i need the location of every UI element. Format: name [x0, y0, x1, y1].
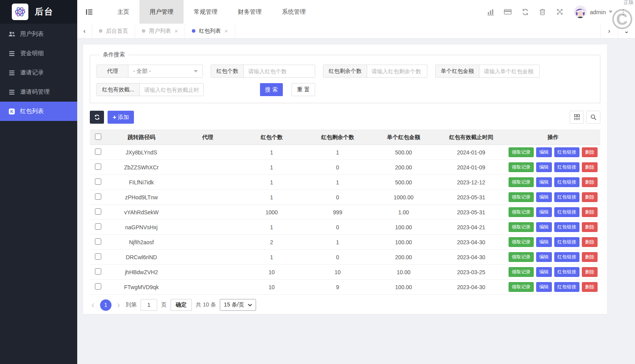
nav-user-management[interactable]: 用户管理 [139, 0, 184, 24]
tab-close-icon[interactable]: × [225, 28, 228, 34]
claim-records-button[interactable]: 领取记录 [509, 192, 534, 202]
row-checkbox[interactable] [95, 163, 101, 170]
claim-records-button[interactable]: 领取记录 [509, 177, 534, 187]
row-checkbox[interactable] [95, 283, 101, 290]
delete-button[interactable]: 删除 [582, 147, 598, 157]
edit-button[interactable]: 编辑 [536, 252, 552, 262]
edit-button[interactable]: 编辑 [536, 147, 552, 157]
delete-button[interactable]: 删除 [582, 252, 598, 262]
delete-button[interactable]: 删除 [582, 222, 598, 232]
claim-records-button[interactable]: 领取记录 [509, 162, 534, 172]
row-checkbox[interactable] [95, 223, 101, 230]
page-size-select[interactable]: 15 条/页 [220, 299, 256, 311]
nav-general-management[interactable]: 常规管理 [184, 0, 228, 24]
nav-system-management[interactable]: 系统管理 [272, 0, 316, 24]
claim-records-button[interactable]: 领取记录 [509, 252, 534, 262]
tab-dot [99, 29, 102, 33]
toggle-columns-button[interactable] [570, 111, 584, 124]
goto-page-input[interactable] [141, 299, 157, 311]
delete-button[interactable]: 删除 [582, 207, 598, 217]
tabbar-right: › ⌄ [600, 24, 635, 38]
red-packet-link-button[interactable]: 红包链接 [554, 162, 579, 172]
credit-card-icon[interactable] [499, 0, 516, 24]
claim-records-button[interactable]: 领取记录 [509, 222, 534, 232]
row-checkbox[interactable] [95, 268, 101, 275]
delete-button[interactable]: 删除 [582, 162, 598, 172]
prev-page-icon[interactable]: ‹ [90, 300, 96, 310]
nav-finance-management[interactable]: 财务管理 [228, 0, 272, 24]
edit-button[interactable]: 编辑 [536, 162, 552, 172]
edit-button[interactable]: 编辑 [536, 177, 552, 187]
amount-filter: 单个红包金额 [435, 65, 540, 78]
claim-records-button[interactable]: 领取记录 [509, 267, 534, 277]
next-page-icon[interactable]: › [115, 300, 122, 310]
sidebar-item-funds-detail[interactable]: 资金明细 [0, 44, 77, 63]
user-menu[interactable]: admin [590, 9, 613, 15]
kebab-menu-icon[interactable]: ⋮ [613, 7, 629, 17]
edit-button[interactable]: 编辑 [536, 237, 552, 247]
tab-user-list[interactable]: 用户列表 × [135, 24, 185, 38]
tab-close-icon[interactable]: × [175, 28, 178, 34]
fullscreen-icon[interactable] [551, 0, 568, 24]
red-packet-link-button[interactable]: 红包链接 [554, 192, 579, 202]
tabs-collapse-icon[interactable]: ⌄ [618, 24, 635, 38]
red-packet-link-button[interactable]: 红包链接 [554, 207, 579, 217]
row-checkbox[interactable] [95, 208, 101, 215]
search-toggle-button[interactable] [586, 111, 600, 124]
edit-button[interactable]: 编辑 [536, 192, 552, 202]
edit-button[interactable]: 编辑 [536, 222, 552, 232]
tab-dashboard[interactable]: 后台首页 [92, 24, 135, 38]
row-checkbox[interactable] [95, 193, 101, 200]
red-packet-link-button[interactable]: 红包链接 [554, 252, 579, 262]
amount-input[interactable] [479, 65, 539, 77]
sidebar-item-user-list[interactable]: 用户列表 [0, 24, 77, 44]
sidebar-item-invite-codes[interactable]: 邀请码管理 [0, 82, 77, 102]
app-logo[interactable]: 后台 [0, 0, 77, 24]
claim-records-button[interactable]: 领取记录 [509, 237, 534, 247]
sidebar-item-invite-records[interactable]: 邀请记录 [0, 63, 77, 82]
add-button[interactable]: + 添加 [108, 111, 134, 124]
red-packet-link-button[interactable]: 红包链接 [554, 282, 579, 292]
username-label: admin [590, 9, 606, 15]
row-checkbox[interactable] [95, 178, 101, 185]
select-all-checkbox[interactable] [95, 134, 101, 140]
edit-button[interactable]: 编辑 [536, 282, 552, 292]
count-input[interactable] [244, 65, 315, 77]
delete-button[interactable]: 删除 [582, 282, 598, 292]
red-packet-link-button[interactable]: 红包链接 [554, 222, 579, 232]
tabs-scroll-left-icon[interactable]: ‹ [77, 24, 92, 38]
edit-button[interactable]: 编辑 [536, 207, 552, 217]
refresh-icon[interactable] [516, 0, 534, 24]
nav-home[interactable]: 主页 [107, 0, 139, 24]
confirm-button[interactable]: 确定 [171, 299, 192, 311]
trash-icon[interactable] [534, 0, 551, 24]
claim-records-button[interactable]: 领取记录 [509, 147, 534, 157]
row-checkbox[interactable] [95, 238, 101, 245]
sidebar-toggle-icon[interactable] [77, 0, 101, 24]
red-packet-link-button[interactable]: 红包链接 [554, 177, 579, 187]
sidebar-item-red-packet-list[interactable]: K 红包列表 [0, 102, 77, 121]
avatar[interactable] [574, 6, 587, 18]
red-packet-link-button[interactable]: 红包链接 [554, 237, 579, 247]
delete-button[interactable]: 删除 [582, 267, 598, 277]
remaining-input[interactable] [367, 65, 427, 77]
red-packet-link-button[interactable]: 红包链接 [554, 147, 579, 157]
row-checkbox[interactable] [95, 149, 101, 155]
bar-chart-icon[interactable] [482, 0, 499, 24]
claim-records-button[interactable]: 领取记录 [509, 207, 534, 217]
row-checkbox[interactable] [95, 253, 101, 260]
agent-select[interactable]: - 全部 - [128, 65, 202, 77]
tab-red-packet-list[interactable]: 红包列表 × [185, 24, 235, 38]
page-1-button[interactable]: 1 [100, 299, 111, 311]
edit-button[interactable]: 编辑 [536, 267, 552, 277]
red-packet-link-button[interactable]: 红包链接 [554, 267, 579, 277]
refresh-button[interactable] [90, 111, 104, 124]
claim-records-button[interactable]: 领取记录 [509, 282, 534, 292]
expire-input[interactable] [140, 84, 203, 96]
delete-button[interactable]: 删除 [582, 177, 598, 187]
reset-button[interactable]: 重 置 [292, 83, 315, 96]
delete-button[interactable]: 删除 [582, 192, 598, 202]
tabs-scroll-right-icon[interactable]: › [600, 24, 618, 38]
delete-button[interactable]: 删除 [582, 237, 598, 247]
search-button[interactable]: 搜 索 [260, 83, 283, 96]
